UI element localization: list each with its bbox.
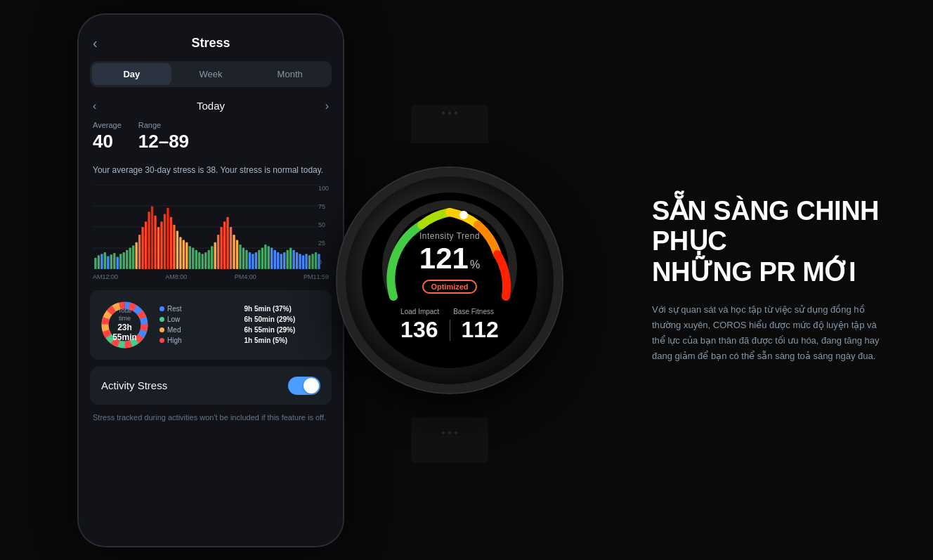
med-dot [159,327,164,332]
svg-rect-59 [264,245,266,269]
svg-rect-7 [100,254,103,269]
svg-rect-40 [204,252,207,269]
svg-rect-9 [107,256,109,269]
svg-rect-45 [220,227,222,269]
watch-screen: Intensity Trend 121 % Optimized Load Imp… [362,193,537,368]
svg-rect-24 [154,215,156,268]
svg-rect-20 [141,227,143,269]
prev-date-button[interactable]: ‹ [93,100,96,112]
watch-body: COROS [337,168,562,393]
back-button[interactable]: ‹ [93,35,98,51]
svg-rect-57 [258,249,260,268]
rest-dot [159,306,164,311]
svg-rect-63 [277,252,279,269]
base-fitness-value: 112 [462,317,499,343]
tab-day[interactable]: Day [92,63,171,85]
svg-rect-67 [289,247,292,269]
svg-rect-28 [167,207,169,268]
load-impact-value: 136 [400,317,438,343]
activity-stress-section: Activity Stress [90,367,332,405]
svg-rect-62 [274,249,276,268]
promo-title-text: SẴN SÀNG CHINH PHỤCNHỮNG PR MỚI [652,196,879,287]
watch-wrapper: COROS [302,105,597,456]
legend-item-rest: Rest [159,305,239,313]
total-time-label: Total time [112,307,138,323]
stress-chart: 100 75 50 25 0 [93,185,329,283]
high-dot [159,338,164,343]
watch-content: Intensity Trend 121 % Optimized Load Imp… [400,231,499,343]
watch: COROS [330,133,569,428]
chart-x-labels: AM12:00 AM8:00 PM4:00 PM11:59 [93,272,329,282]
svg-rect-46 [223,221,226,269]
svg-rect-18 [135,242,137,268]
med-value: 6h 55min (29%) [244,326,296,334]
svg-rect-14 [123,252,125,269]
load-impact-label: Load Impact [400,308,439,315]
svg-rect-11 [113,253,115,269]
stress-legend: Rest 9h 5min (37%) Low 6h 50min (29%) [159,305,323,344]
average-value: 40 [93,131,122,152]
svg-rect-5 [94,257,96,268]
svg-rect-34 [185,242,188,268]
svg-rect-50 [236,240,238,268]
svg-rect-21 [145,221,147,269]
donut-chart: Total time 23h 55min [98,299,151,351]
average-stat: Average 40 [93,121,122,152]
range-value: 12–89 [138,131,189,152]
svg-point-82 [459,211,468,219]
svg-rect-42 [211,246,213,269]
average-label: Average [93,121,122,129]
watch-screen-title: Intensity Trend [400,231,499,241]
svg-rect-32 [179,237,181,269]
svg-rect-56 [255,252,257,269]
base-fitness-label: Base Fitness [453,308,494,315]
low-value: 6h 50min (29%) [244,315,296,323]
svg-rect-29 [170,216,172,268]
svg-rect-70 [299,254,301,269]
svg-rect-48 [230,227,232,269]
svg-rect-33 [183,240,185,268]
tab-bar: Day Week Month [90,61,332,87]
svg-rect-52 [242,247,244,269]
svg-rect-43 [214,242,216,268]
stress-breakdown-section: Total time 23h 55min Rest 9h 5min (37%) [90,290,332,360]
screen-header: ‹ Stress [79,29,343,61]
svg-rect-49 [233,234,235,268]
chart-svg [93,185,329,269]
svg-rect-69 [296,252,298,269]
svg-rect-23 [151,206,153,268]
svg-rect-53 [245,249,247,268]
tab-month[interactable]: Month [250,63,330,85]
svg-rect-41 [208,249,210,268]
svg-rect-58 [261,247,263,269]
rest-value: 9h 5min (37%) [244,305,292,313]
tab-week[interactable]: Week [171,63,251,85]
promo-description: Với sự quan sát và học tập từ việc sử dụ… [652,302,891,364]
svg-rect-8 [104,252,106,269]
range-stat: Range 12–89 [138,121,189,152]
svg-rect-39 [202,254,204,269]
current-date: Today [197,100,225,112]
svg-rect-68 [292,249,294,268]
legend-item-high: High [159,337,239,344]
svg-rect-51 [239,245,241,269]
svg-rect-44 [217,234,219,268]
strap-bottom [411,417,488,463]
legend-item-low: Low [159,315,239,323]
promo-content: SẴN SÀNG CHINH PHỤCNHỮNG PR MỚI Với sự q… [652,196,891,364]
legend-item-med: Med [159,326,239,334]
svg-rect-65 [283,252,285,269]
svg-rect-13 [119,254,122,269]
strap-top [411,105,488,143]
svg-rect-12 [117,256,119,268]
range-label: Range [138,121,189,129]
svg-rect-25 [157,227,159,269]
watch-crown [556,263,562,298]
watch-divider [450,320,450,341]
svg-rect-54 [249,252,251,269]
svg-rect-6 [98,255,100,269]
svg-rect-31 [176,230,178,269]
svg-rect-26 [160,221,162,269]
svg-rect-36 [192,247,194,269]
svg-rect-47 [226,216,228,268]
